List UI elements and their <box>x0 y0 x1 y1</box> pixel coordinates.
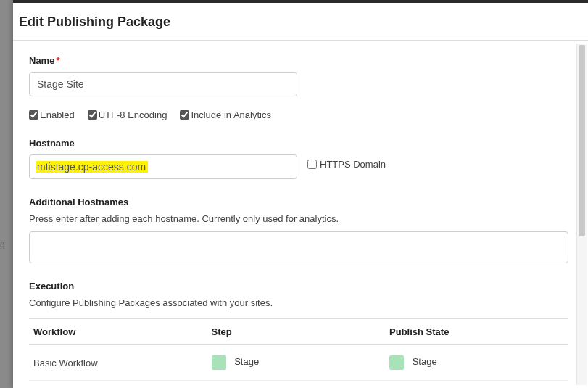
cell-workflow: Basic Workflow <box>29 345 207 381</box>
cell-state: Stage <box>385 345 568 381</box>
enabled-label: Enabled <box>40 110 75 120</box>
https-domain-label: HTTPS Domain <box>320 159 386 170</box>
hostname-label: Hostname <box>29 138 572 149</box>
table-row: Basic Workflow Stage Stage <box>29 345 568 381</box>
execution-table: Workflow Step Publish State Basic Workfl… <box>29 318 568 381</box>
col-workflow: Workflow <box>29 319 207 345</box>
hostname-input[interactable] <box>29 154 297 179</box>
execution-helper: Configure Publishing Packages associated… <box>29 297 572 308</box>
cell-step-label: Stage <box>234 356 259 367</box>
col-state: Publish State <box>385 319 568 345</box>
cell-state-label: Stage <box>413 356 437 367</box>
analytics-label: Include in Analytics <box>191 110 271 120</box>
utf8-label: UTF-8 Encoding <box>99 110 167 120</box>
utf8-checkbox-input[interactable] <box>88 110 97 120</box>
name-input[interactable] <box>29 72 297 96</box>
required-asterisk: * <box>56 55 59 66</box>
state-swatch-icon <box>389 355 404 370</box>
edit-publishing-package-modal: Edit Publishing Package Name* Enabled UT… <box>13 0 588 388</box>
step-swatch-icon <box>212 355 226 370</box>
additional-hostnames-input[interactable] <box>29 231 568 263</box>
analytics-checkbox[interactable]: Include in Analytics <box>180 110 271 120</box>
enabled-checkbox-input[interactable] <box>29 110 38 120</box>
additional-hostnames-label: Additional Hostnames <box>29 197 572 207</box>
modal-title: Edit Publishing Package <box>13 3 588 40</box>
analytics-checkbox-input[interactable] <box>180 110 189 120</box>
enabled-checkbox[interactable]: Enabled <box>29 110 75 120</box>
https-domain-checkbox[interactable]: HTTPS Domain <box>307 159 386 170</box>
modal-body: Name* Enabled UTF-8 Encoding Include in … <box>13 41 588 388</box>
additional-hostnames-helper: Press enter after adding each hostname. … <box>29 213 572 224</box>
col-step: Step <box>207 319 386 345</box>
utf8-checkbox[interactable]: UTF-8 Encoding <box>88 110 167 120</box>
scrollbar-thumb[interactable] <box>579 45 585 236</box>
background-text-fragment: g <box>0 239 5 249</box>
cell-step: Stage <box>207 345 386 381</box>
scrollbar[interactable] <box>576 44 587 385</box>
https-domain-checkbox-input[interactable] <box>307 160 317 169</box>
execution-label: Execution <box>29 281 572 292</box>
name-label: Name* <box>29 55 572 66</box>
